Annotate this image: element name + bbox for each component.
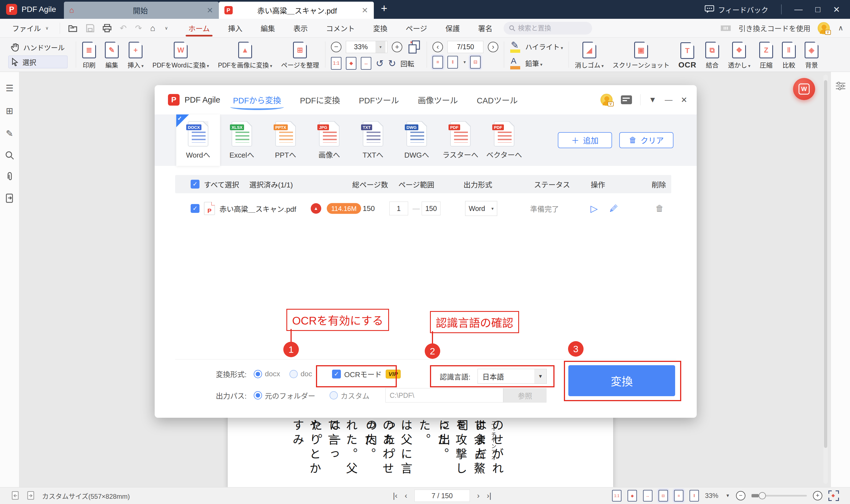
two-page-view-icon[interactable]: ‖: [690, 490, 699, 502]
search-box[interactable]: [504, 22, 592, 35]
new-tab-button[interactable]: +: [374, 0, 395, 19]
screenshot-button[interactable]: ▣ スクリーンショット: [608, 38, 674, 72]
chevron-up-icon[interactable]: ∧: [838, 24, 843, 32]
scrollbar-thumb[interactable]: [824, 80, 827, 448]
menu-insert[interactable]: 挿入: [227, 19, 243, 37]
actual-size-icon[interactable]: 1:1: [612, 490, 622, 502]
highlight-button[interactable]: ハイライト▾: [525, 41, 563, 51]
browse-button[interactable]: 参照: [503, 388, 547, 402]
open-folder-icon[interactable]: [68, 24, 78, 32]
insert-tool-button[interactable]: + 挿入▾: [123, 38, 148, 72]
output-path-input[interactable]: [385, 388, 503, 402]
tab-start[interactable]: ⌂ 開始 ✕: [64, 2, 219, 19]
first-page-button[interactable]: |‹: [393, 491, 398, 500]
format-ppt[interactable]: PPTX PPTへ: [264, 114, 307, 166]
dialog-close-button[interactable]: ✕: [681, 95, 687, 105]
undo-icon[interactable]: ↶: [120, 23, 127, 33]
menu-view[interactable]: 表示: [292, 19, 309, 37]
zoom-in-button[interactable]: +: [392, 42, 402, 52]
panel-settings-icon[interactable]: [836, 82, 845, 90]
watermark-button[interactable]: ❖ 透かし▾: [724, 38, 755, 72]
tab-image-tools[interactable]: 画像ツール: [417, 91, 458, 108]
tab-from-pdf[interactable]: PDFから変換: [232, 91, 282, 108]
tab-cad-tools[interactable]: CADツール: [476, 91, 518, 108]
select-all-checkbox[interactable]: ✓: [191, 180, 200, 188]
statusbar-page-input[interactable]: [415, 490, 470, 502]
row-checkbox[interactable]: ✓: [191, 204, 200, 213]
print-icon[interactable]: [103, 24, 111, 32]
single-page-view-icon[interactable]: ≡: [674, 490, 683, 502]
tab-to-pdf[interactable]: PDFに変換: [299, 91, 341, 108]
pdf-to-word-button[interactable]: W PDFをWordに変換▾: [148, 38, 214, 72]
continuous-scroll-icon[interactable]: ⊟: [659, 490, 668, 502]
organize-pages-button[interactable]: ⊞ ページを整理: [277, 38, 324, 72]
print-tool-button[interactable]: ≣ 印刷: [78, 38, 101, 72]
doc-label[interactable]: doc: [300, 370, 312, 378]
chevron-down-icon[interactable]: ∨: [164, 25, 168, 31]
fit-width-icon[interactable]: ↔: [361, 57, 371, 70]
format-vector[interactable]: PDF ベクターへ: [482, 114, 526, 166]
tab-document[interactable]: P 赤い高粱＿スキャン.pdf ✕: [219, 2, 374, 19]
search-input[interactable]: [518, 24, 582, 32]
actual-size-icon[interactable]: 1:1: [331, 57, 342, 70]
previous-page-button[interactable]: ‹: [432, 42, 443, 52]
zoom-out-button[interactable]: −: [331, 42, 342, 52]
menu-home[interactable]: ホーム: [187, 19, 211, 37]
next-page-button[interactable]: ›: [488, 42, 498, 52]
zoom-dropdown-icon[interactable]: ▾: [376, 41, 385, 53]
menu-edit[interactable]: 編集: [260, 19, 276, 37]
range-to-input[interactable]: [422, 201, 440, 215]
menu-comment[interactable]: コメント: [325, 19, 356, 37]
quick-convert-float-button[interactable]: W: [793, 78, 815, 100]
rotate-right-icon[interactable]: ↻: [388, 58, 396, 69]
page-number-input[interactable]: [447, 41, 483, 53]
zoom-in-button[interactable]: +: [813, 491, 822, 500]
custom-path-radio[interactable]: [330, 391, 338, 399]
hand-tool-button[interactable]: ハンドツール: [8, 41, 68, 53]
menu-convert[interactable]: 変換: [372, 19, 388, 37]
feedback-button[interactable]: フィードバック: [705, 4, 768, 15]
panel-menu-icon[interactable]: ☰: [5, 83, 14, 93]
zoom-level-control[interactable]: ▾: [346, 41, 387, 53]
close-tab-icon[interactable]: ✕: [362, 6, 368, 15]
custom-path-label[interactable]: カスタム: [341, 390, 369, 401]
fit-width-icon[interactable]: ↔: [643, 490, 653, 502]
pencil-button[interactable]: 鉛筆▾: [525, 58, 542, 68]
compare-button[interactable]: ‖ 比較: [778, 38, 800, 72]
single-page-view-icon[interactable]: ≡: [432, 56, 443, 69]
fullscreen-icon[interactable]: [828, 490, 839, 501]
format-excel[interactable]: XLSX Excelへ: [220, 114, 264, 166]
redeem-code-button[interactable]: 引き換えコードを使用: [739, 23, 811, 33]
continuous-scroll-icon[interactable]: ⊟: [470, 56, 481, 69]
thumbnails-icon[interactable]: ⊞: [6, 106, 13, 116]
menu-page[interactable]: ページ: [404, 19, 428, 37]
redo-icon[interactable]: ↷: [135, 23, 142, 33]
home-view-icon[interactable]: ⌂: [150, 23, 155, 33]
add-file-button[interactable]: ＋追加: [558, 132, 612, 148]
eraser-button[interactable]: ◢ 消しゴム▾: [571, 38, 608, 72]
row-edit-icon[interactable]: 🖉: [610, 204, 618, 213]
last-page-button[interactable]: ›|: [487, 491, 491, 500]
file-menu[interactable]: ファイル ∨: [0, 23, 60, 33]
start-convert-icon[interactable]: ▷: [590, 203, 598, 214]
format-raster[interactable]: PDF ラスターへ: [438, 114, 482, 166]
format-image[interactable]: JPG 画像へ: [307, 114, 351, 166]
zoom-slider-knob[interactable]: [759, 492, 766, 499]
menu-sign[interactable]: 署名: [477, 19, 493, 37]
clear-list-button[interactable]: 🗑クリア: [619, 132, 674, 148]
source-folder-radio[interactable]: [254, 391, 262, 399]
two-page-view-icon[interactable]: ‖: [447, 56, 458, 69]
export-doc-icon[interactable]: [5, 194, 14, 203]
edit-tool-button[interactable]: ✎ 編集: [101, 38, 123, 72]
fit-page-icon[interactable]: ◆: [346, 57, 357, 70]
next-page-button[interactable]: ›: [477, 491, 480, 500]
format-word[interactable]: DOCX Wordへ: [176, 114, 220, 166]
maximize-button[interactable]: □: [815, 5, 820, 14]
row-delete-icon[interactable]: 🗑: [656, 204, 664, 213]
previous-view-icon[interactable]: [11, 491, 19, 500]
background-button[interactable]: ◈ 背景: [800, 38, 823, 72]
docx-radio[interactable]: [254, 370, 262, 378]
rotate-pages-icon[interactable]: [407, 40, 421, 54]
format-dwg[interactable]: DWG DWGへ: [395, 114, 438, 166]
compress-button[interactable]: Z 圧縮: [755, 38, 778, 72]
